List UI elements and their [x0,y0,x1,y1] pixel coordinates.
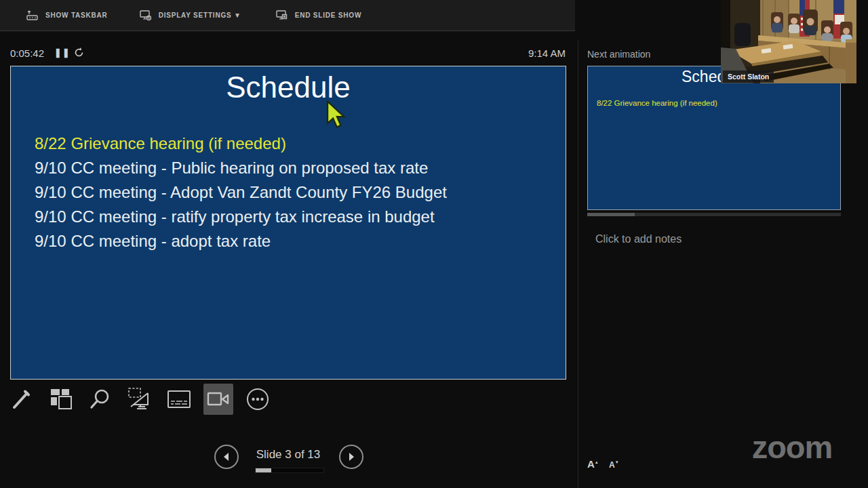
timer-row: 0:05:42 ❚❚ 9:14 AM [0,43,575,66]
participant-name-label: Scott Slaton [723,70,774,83]
mouse-cursor-icon [325,100,348,131]
font-decrease-mark-icon: ▼ [615,460,619,464]
captions-icon [165,386,193,413]
next-arrow-icon [346,451,357,462]
slide-counter: Slide 3 of 13 [241,448,336,462]
display-settings-button[interactable]: DISPLAY SETTINGS ▼ [139,0,241,30]
notes-scrollbar[interactable] [587,213,841,216]
end-slide-show-label: END SLIDE SHOW [295,12,361,19]
blank-screen-icon [126,386,153,413]
preview-slide-line: 8/22 Grievance hearing (if needed) [597,99,717,107]
font-increase-label: A [587,458,595,470]
slide-bullet-line: 8/22 Grievance hearing (if needed) [35,131,552,156]
slide-bullet-line: 9/10 CC meeting - Public hearing on prop… [35,156,552,180]
more-options-button[interactable] [243,384,273,415]
display-settings-label: DISPLAY SETTINGS ▼ [159,12,241,19]
pen-tool-button[interactable] [7,384,37,415]
end-slide-show-icon [275,9,289,22]
slide-canvas[interactable]: Schedule 8/22 Grievance hearing (if need… [10,66,566,380]
slide-grid-icon [47,386,75,413]
participant-video-feed[interactable]: Scott Slaton [721,0,856,83]
slideshow-progress-bar [255,468,324,473]
font-increase-mark-icon: ▲ [595,460,599,464]
subtitles-button[interactable] [164,384,194,415]
font-decrease-label: A [609,460,615,470]
prev-arrow-icon [221,451,232,462]
zoom-slide-button[interactable] [85,384,115,415]
ellipsis-icon [244,386,271,413]
notes-scrollbar-thumb[interactable] [587,213,635,216]
slide-title: Schedule [11,70,566,104]
next-animation-preview: Schedule 8/22 Grievance hearing (if need… [587,66,841,210]
see-all-slides-button[interactable] [46,384,76,415]
presenter-view: SHOW TASKBAR DISPLAY SETTINGS ▼ END SLID… [0,0,868,488]
show-taskbar-button[interactable]: SHOW TASKBAR [26,0,108,30]
zoom-watermark: zoom [738,428,846,466]
restart-timer-button[interactable] [73,47,85,59]
top-toolbar: SHOW TASKBAR DISPLAY SETTINGS ▼ END SLID… [0,0,575,31]
current-time: 9:14 AM [528,47,566,59]
pause-timer-button[interactable]: ❚❚ [54,47,66,60]
slideshow-tools [7,384,273,416]
notes-font-increase-button[interactable]: A▲ [587,458,604,473]
show-taskbar-label: SHOW TASKBAR [45,12,108,19]
slide-bullet-line: 9/10 CC meeting - ratify property tax in… [35,205,552,229]
slide-body: 8/22 Grievance hearing (if needed) 9/10 … [35,131,552,253]
taskbar-icon [26,9,39,22]
elapsed-timer: 0:05:42 [10,47,44,59]
camera-icon [205,386,232,413]
next-animation-header: Next animation [587,49,650,60]
notes-font-decrease-button[interactable]: A▼ [609,458,625,473]
slide-bullet-line: 9/10 CC meeting - adopt tax rate [35,229,552,253]
panel-divider [578,41,578,488]
pen-icon [9,386,35,412]
next-slide-button[interactable] [339,445,363,469]
magnifier-icon [87,386,113,412]
display-settings-icon [139,9,153,22]
restart-icon [73,47,85,58]
black-screen-button[interactable] [125,384,155,415]
previous-slide-button[interactable] [214,445,239,469]
slide-progress-fill [256,468,271,472]
notes-area[interactable]: Click to add notes [595,233,840,436]
camera-toggle-button[interactable] [203,384,233,415]
end-slide-show-button[interactable]: END SLIDE SHOW [275,0,361,30]
slide-bullet-line: 9/10 CC meeting - Adopt Van Zandt County… [35,180,552,205]
